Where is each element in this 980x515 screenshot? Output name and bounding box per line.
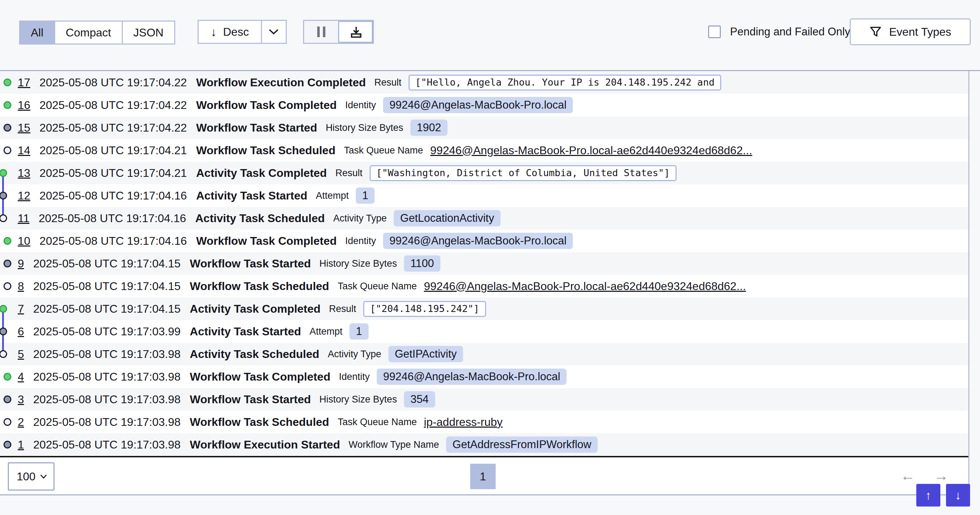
pending-failed-toggle[interactable]: Pending and Failed Only xyxy=(708,19,850,44)
event-attribute-label: Task Queue Name xyxy=(344,145,423,156)
event-attribute-value: ["Washington, District of Columbia, Unit… xyxy=(370,165,676,181)
scroll-to-bottom-button[interactable]: ↓ xyxy=(946,484,970,507)
event-row[interactable]: 6 2025-05-08 UTC 19:17:03.99 Activity Ta… xyxy=(0,320,968,343)
event-row[interactable]: 8 2025-05-08 UTC 19:17:04.15 Workflow Ta… xyxy=(0,275,968,298)
event-row[interactable]: 4 2025-05-08 UTC 19:17:03.98 Workflow Ta… xyxy=(0,365,968,388)
view-mode-tabs: All Compact JSON xyxy=(19,21,175,44)
pending-failed-label: Pending and Failed Only xyxy=(730,25,850,38)
event-id-link[interactable]: 1 xyxy=(18,438,24,451)
event-attribute-value[interactable]: ip-address-ruby xyxy=(424,415,503,429)
arrow-right-icon[interactable]: → xyxy=(934,468,948,483)
event-attribute-value: 99246@Angelas-MacBook-Pro.local xyxy=(383,233,573,249)
event-attribute-label: History Size Bytes xyxy=(319,258,397,269)
event-attribute-label: Identity xyxy=(345,100,376,111)
event-history-table: 17 2025-05-08 UTC 19:17:04.22 Workflow E… xyxy=(0,71,968,457)
event-status-marker-icon xyxy=(0,328,7,335)
sort-desc-button[interactable]: ↓ Desc xyxy=(199,21,261,43)
event-id-link[interactable]: 12 xyxy=(18,189,30,202)
event-timestamp: 2025-05-08 UTC 19:17:04.21 xyxy=(40,144,187,157)
event-row[interactable]: 3 2025-05-08 UTC 19:17:03.98 Workflow Ta… xyxy=(0,388,968,410)
event-types-label: Event Types xyxy=(889,25,951,38)
event-name: Activity Task Scheduled xyxy=(190,348,319,361)
tab-all[interactable]: All xyxy=(20,22,54,43)
event-id-link[interactable]: 5 xyxy=(18,348,24,361)
event-id-link[interactable]: 9 xyxy=(18,257,24,270)
pause-button[interactable] xyxy=(304,21,338,43)
event-row[interactable]: 9 2025-05-08 UTC 19:17:04.15 Workflow Ta… xyxy=(0,252,968,275)
event-attribute-value[interactable]: 99246@Angelas-MacBook-Pro.local-ae62d440… xyxy=(430,144,752,157)
event-timestamp: 2025-05-08 UTC 19:17:04.21 xyxy=(40,166,187,180)
event-name: Activity Task Started xyxy=(190,325,301,338)
event-name: Workflow Task Started xyxy=(190,393,311,406)
event-status-marker-icon xyxy=(3,373,11,380)
download-button[interactable] xyxy=(338,21,373,43)
event-id-link[interactable]: 11 xyxy=(18,212,29,225)
event-row[interactable]: 17 2025-05-08 UTC 19:17:04.22 Workflow E… xyxy=(0,71,968,94)
event-attribute-value: GetAddressFromIPWorkflow xyxy=(446,436,598,453)
pending-failed-checkbox[interactable] xyxy=(708,25,721,38)
event-id-link[interactable]: 2 xyxy=(18,415,24,429)
event-attribute-label: Attempt xyxy=(309,326,342,337)
event-row[interactable]: 5 2025-05-08 UTC 19:17:03.98 Activity Ta… xyxy=(0,343,968,365)
event-row[interactable]: 2 2025-05-08 UTC 19:17:03.98 Workflow Ta… xyxy=(0,410,968,433)
pager-arrows: ← → xyxy=(900,468,948,483)
event-types-button[interactable]: Event Types xyxy=(850,18,971,45)
event-timestamp: 2025-05-08 UTC 19:17:03.98 xyxy=(33,370,181,383)
scroll-to-top-button[interactable]: ↑ xyxy=(916,484,940,507)
event-id-link[interactable]: 10 xyxy=(18,235,30,247)
event-row[interactable]: 1 2025-05-08 UTC 19:17:03.98 Workflow Ex… xyxy=(0,433,968,456)
event-attribute-label: Result xyxy=(329,303,356,314)
event-timestamp: 2025-05-08 UTC 19:17:04.22 xyxy=(40,76,187,89)
event-row[interactable]: 12 2025-05-08 UTC 19:17:04.16 Activity T… xyxy=(0,184,968,207)
event-timestamp: 2025-05-08 UTC 19:17:04.16 xyxy=(40,235,187,247)
tab-json[interactable]: JSON xyxy=(122,22,174,43)
event-status-marker-icon xyxy=(3,237,11,245)
page-1-button[interactable]: 1 xyxy=(470,464,496,489)
event-row[interactable]: 15 2025-05-08 UTC 19:17:04.22 Workflow T… xyxy=(0,116,968,139)
event-id-link[interactable]: 4 xyxy=(18,370,24,383)
event-attribute-value: ["204.148.195.242"] xyxy=(363,301,486,317)
event-status-marker-icon xyxy=(3,260,11,268)
history-content: 17 2025-05-08 UTC 19:17:04.22 Workflow E… xyxy=(0,70,980,496)
event-row[interactable]: 16 2025-05-08 UTC 19:17:04.22 Workflow T… xyxy=(0,94,968,116)
event-attribute-label: Workflow Type Name xyxy=(348,439,439,450)
event-row[interactable]: 7 2025-05-08 UTC 19:17:04.15 Activity Ta… xyxy=(0,298,968,320)
event-name: Workflow Task Scheduled xyxy=(190,280,329,293)
event-status-marker-icon xyxy=(0,305,7,313)
event-name: Workflow Execution Started xyxy=(190,438,340,451)
event-name: Activity Task Scheduled xyxy=(196,212,325,225)
event-status-marker-icon xyxy=(3,101,11,109)
event-row[interactable]: 14 2025-05-08 UTC 19:17:04.21 Workflow T… xyxy=(0,139,968,162)
tab-compact[interactable]: Compact xyxy=(54,22,122,43)
event-row[interactable]: 10 2025-05-08 UTC 19:17:04.16 Workflow T… xyxy=(0,230,968,252)
event-name: Activity Task Completed xyxy=(190,303,320,315)
event-id-link[interactable]: 13 xyxy=(18,166,30,180)
page-size-select[interactable]: 100 xyxy=(8,462,54,491)
event-timestamp: 2025-05-08 UTC 19:17:03.98 xyxy=(33,438,181,451)
event-id-link[interactable]: 14 xyxy=(18,144,30,157)
event-id-link[interactable]: 16 xyxy=(18,99,30,112)
page-size-value: 100 xyxy=(17,470,35,483)
event-name: Workflow Task Completed xyxy=(196,99,337,112)
event-id-link[interactable]: 7 xyxy=(18,303,24,315)
event-attribute-label: Identity xyxy=(345,236,376,247)
event-row[interactable]: 11 2025-05-08 UTC 19:17:04.16 Activity T… xyxy=(0,207,968,230)
sort-expand-button[interactable] xyxy=(261,21,286,43)
event-status-marker-icon xyxy=(3,395,11,403)
event-id-link[interactable]: 8 xyxy=(18,280,24,293)
sort-order-control: ↓ Desc xyxy=(197,20,287,44)
event-id-link[interactable]: 3 xyxy=(18,393,24,406)
event-name: Activity Task Started xyxy=(196,189,307,202)
chevron-down-icon xyxy=(40,474,47,479)
event-timestamp: 2025-05-08 UTC 19:17:04.15 xyxy=(33,257,181,270)
event-attribute-value[interactable]: 99246@Angelas-MacBook-Pro.local-ae62d440… xyxy=(424,280,746,293)
event-row[interactable]: 13 2025-05-08 UTC 19:17:04.21 Activity T… xyxy=(0,162,968,184)
event-id-link[interactable]: 15 xyxy=(18,121,30,135)
event-status-marker-icon xyxy=(3,441,11,448)
event-id-link[interactable]: 17 xyxy=(18,76,30,89)
event-timestamp: 2025-05-08 UTC 19:17:03.98 xyxy=(33,348,181,361)
event-status-marker-icon xyxy=(3,282,11,290)
event-id-link[interactable]: 6 xyxy=(18,325,24,338)
event-timestamp: 2025-05-08 UTC 19:17:03.98 xyxy=(33,393,181,406)
arrow-left-icon[interactable]: ← xyxy=(900,468,915,483)
